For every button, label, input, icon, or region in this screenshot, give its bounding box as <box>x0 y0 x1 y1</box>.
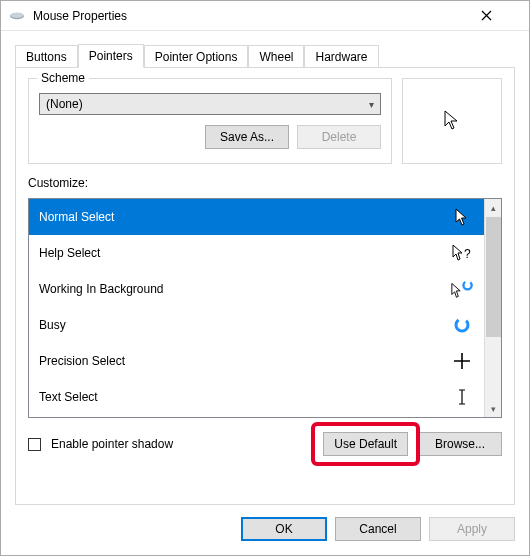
list-item-label: Text Select <box>39 390 98 404</box>
list-item-label: Normal Select <box>39 210 114 224</box>
cancel-button[interactable]: Cancel <box>335 517 421 541</box>
arrow-ring-icon <box>450 279 474 299</box>
scrollbar[interactable]: ▴ ▾ <box>484 199 501 417</box>
arrow-icon <box>450 207 474 227</box>
svg-text:?: ? <box>464 247 471 261</box>
mouse-icon <box>9 11 25 21</box>
delete-button: Delete <box>297 125 381 149</box>
window-title: Mouse Properties <box>33 9 481 23</box>
enable-shadow-label: Enable pointer shadow <box>51 437 313 451</box>
scheme-selected-value: (None) <box>46 97 83 111</box>
scroll-up-icon[interactable]: ▴ <box>485 199 501 216</box>
svg-point-4 <box>456 319 468 331</box>
titlebar: Mouse Properties <box>1 1 529 31</box>
svg-point-1 <box>11 12 23 17</box>
customize-listbox[interactable]: Normal Select Help Select ? Working In B… <box>28 198 502 418</box>
list-item[interactable]: Normal Select <box>29 199 484 235</box>
mouse-properties-window: Mouse Properties Buttons Pointers Pointe… <box>0 0 530 556</box>
ok-button[interactable]: OK <box>241 517 327 541</box>
customize-label: Customize: <box>28 176 502 190</box>
tab-wheel[interactable]: Wheel <box>248 45 304 68</box>
ring-icon <box>450 316 474 334</box>
list-item[interactable]: Text Select <box>29 379 484 415</box>
crosshair-icon <box>450 352 474 370</box>
scheme-group: Scheme (None) ▾ Save As... Delete <box>28 78 392 164</box>
list-item-label: Busy <box>39 318 66 332</box>
ibeam-icon <box>450 388 474 406</box>
scroll-down-icon[interactable]: ▾ <box>485 400 501 417</box>
tab-pointer-options[interactable]: Pointer Options <box>144 45 249 68</box>
apply-button: Apply <box>429 517 515 541</box>
browse-button[interactable]: Browse... <box>418 432 502 456</box>
list-item[interactable]: Precision Select <box>29 343 484 379</box>
list-item-label: Working In Background <box>39 282 164 296</box>
list-item-label: Help Select <box>39 246 100 260</box>
arrow-help-icon: ? <box>450 243 474 263</box>
close-button[interactable] <box>481 10 521 21</box>
list-item[interactable]: Busy <box>29 307 484 343</box>
list-item[interactable]: Working In Background <box>29 271 484 307</box>
scheme-dropdown[interactable]: (None) ▾ <box>39 93 381 115</box>
list-item-label: Precision Select <box>39 354 125 368</box>
scheme-legend: Scheme <box>37 71 89 85</box>
dialog-button-row: OK Cancel Apply <box>1 505 529 555</box>
tab-pointers[interactable]: Pointers <box>78 44 144 68</box>
svg-point-3 <box>463 281 471 289</box>
scroll-thumb[interactable] <box>486 217 501 337</box>
list-item[interactable]: Help Select ? <box>29 235 484 271</box>
tab-panel-pointers: Scheme (None) ▾ Save As... Delete Custom… <box>15 67 515 505</box>
use-default-button[interactable]: Use Default <box>323 432 408 456</box>
chevron-down-icon: ▾ <box>369 99 374 110</box>
tab-strip: Buttons Pointers Pointer Options Wheel H… <box>1 31 529 67</box>
cursor-preview <box>402 78 502 164</box>
save-as-button[interactable]: Save As... <box>205 125 289 149</box>
enable-shadow-checkbox[interactable] <box>28 438 41 451</box>
tab-hardware[interactable]: Hardware <box>304 45 378 68</box>
tab-buttons[interactable]: Buttons <box>15 45 78 68</box>
